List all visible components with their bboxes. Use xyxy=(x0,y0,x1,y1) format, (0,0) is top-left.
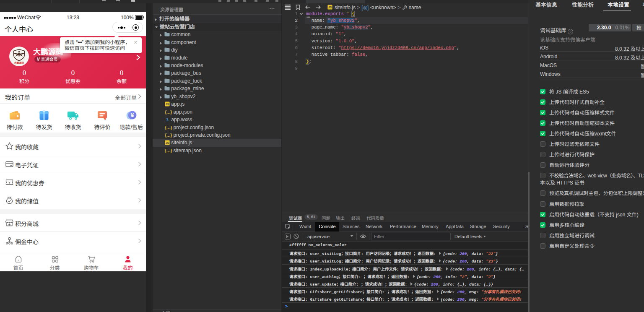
svg-text:3: 3 xyxy=(166,117,169,122)
svg-text:¥: ¥ xyxy=(131,112,134,118)
svg-text:JS: JS xyxy=(166,142,169,145)
svg-text:¥: ¥ xyxy=(8,181,10,185)
svg-text:JS: JS xyxy=(328,6,332,9)
svg-text:大鹏源码: 大鹏源码 xyxy=(14,61,24,64)
svg-text:JS: JS xyxy=(166,103,169,106)
